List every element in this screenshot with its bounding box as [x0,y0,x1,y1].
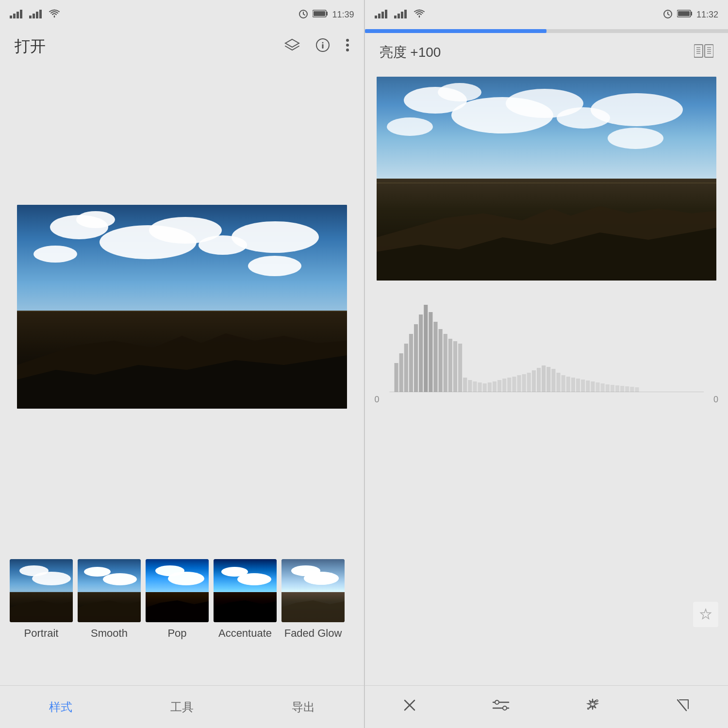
filter-pop[interactable]: Pop [146,559,209,640]
brightness-label: 亮度 +100 [380,43,441,62]
filter-strip: Portrait Smooth [0,549,364,685]
top-icons-group [284,38,349,56]
svg-rect-26 [378,14,381,18]
right-time-battery: 11:32 [662,8,718,21]
histogram-left-label: 0 [375,395,380,405]
svg-rect-30 [397,14,400,18]
svg-point-13 [322,42,323,43]
right-bottom-nav [365,685,728,728]
nav-export[interactable]: 导出 [282,695,325,720]
svg-rect-85 [566,377,570,392]
svg-rect-91 [596,382,599,392]
svg-rect-38 [705,45,713,57]
svg-rect-78 [531,370,535,392]
adjust-icon[interactable] [487,694,514,720]
svg-rect-67 [478,382,481,392]
svg-marker-23 [214,600,277,622]
svg-point-106 [503,706,507,710]
right-battery-icon [677,9,693,20]
svg-point-16 [346,44,349,47]
filter-faded-glow[interactable]: Faded Glow [281,559,345,640]
svg-rect-62 [453,341,457,392]
svg-rect-14 [322,44,323,49]
svg-rect-81 [546,367,550,392]
right-main-image [377,77,716,281]
svg-rect-0 [10,16,12,18]
svg-marker-24 [281,600,345,622]
svg-rect-99 [635,387,639,392]
svg-rect-56 [424,305,428,392]
svg-rect-79 [537,368,541,392]
svg-point-15 [346,39,349,42]
svg-rect-2 [17,12,19,18]
nav-styles[interactable]: 样式 [39,695,82,720]
svg-rect-73 [507,378,511,392]
right-time: 11:32 [696,10,718,20]
svg-rect-11 [314,11,325,16]
cancel-button[interactable] [398,694,421,720]
svg-rect-28 [385,10,387,18]
svg-line-109 [678,700,686,711]
signal-bars-2 [29,9,45,20]
open-label[interactable]: 打开 [15,36,46,57]
svg-rect-61 [448,339,452,392]
crop-button[interactable] [671,693,695,721]
svg-rect-86 [571,378,575,392]
filter-smooth-label: Smooth [91,627,128,640]
svg-rect-95 [615,385,619,392]
filter-portrait-label: Portrait [24,627,59,640]
svg-rect-53 [409,334,413,392]
info-icon[interactable] [315,38,330,56]
svg-rect-69 [487,382,491,392]
right-status-bar: 11:32 [365,0,728,29]
filter-thumb-portrait [10,559,73,622]
svg-marker-22 [146,600,209,622]
svg-rect-80 [542,365,546,392]
star-button[interactable] [693,602,718,627]
layers-icon[interactable] [284,38,300,55]
left-time: 11:39 [332,10,354,20]
filter-thumb-accentuate [214,559,277,622]
svg-marker-20 [10,600,73,622]
filter-pop-label: Pop [167,627,186,640]
svg-rect-84 [561,375,565,392]
svg-rect-3 [20,10,22,18]
svg-rect-83 [556,373,560,392]
svg-rect-65 [468,380,472,392]
svg-rect-93 [605,384,609,392]
right-signal-area [375,9,425,20]
filter-row: Portrait Smooth [0,559,364,640]
tab-active[interactable] [365,29,546,33]
svg-rect-58 [433,322,437,392]
left-top-bar: 打开 [0,29,364,64]
nav-tools[interactable]: 工具 [161,695,203,720]
auto-button[interactable] [580,693,605,721]
svg-rect-82 [551,369,555,392]
svg-rect-64 [463,378,467,392]
svg-rect-32 [404,10,407,18]
right-signal-2 [394,9,410,20]
right-image-area [365,72,728,285]
histogram-area: 0 0 [365,285,728,685]
right-wifi-icon [414,9,425,20]
signal-bars-1 [10,9,25,20]
svg-rect-92 [600,383,604,392]
svg-rect-97 [625,386,629,392]
svg-rect-66 [473,381,477,392]
svg-rect-71 [497,380,501,392]
tab-inactive[interactable] [546,29,728,33]
filter-faded-glow-label: Faded Glow [284,627,342,640]
svg-rect-1 [13,14,16,18]
svg-rect-10 [326,12,328,16]
left-panel: 11:39 打开 [0,0,364,728]
filter-thumb-faded-glow [281,559,345,622]
right-panel: 11:32 亮度 +100 [364,0,728,728]
compare-icon[interactable] [694,44,713,62]
svg-rect-63 [458,344,462,392]
filter-portrait[interactable]: Portrait [10,559,73,640]
more-icon[interactable] [346,38,349,56]
filter-smooth[interactable]: Smooth [78,559,141,640]
svg-rect-88 [581,380,585,392]
filter-accentuate[interactable]: Accentuate [214,559,277,640]
svg-point-108 [587,708,589,710]
